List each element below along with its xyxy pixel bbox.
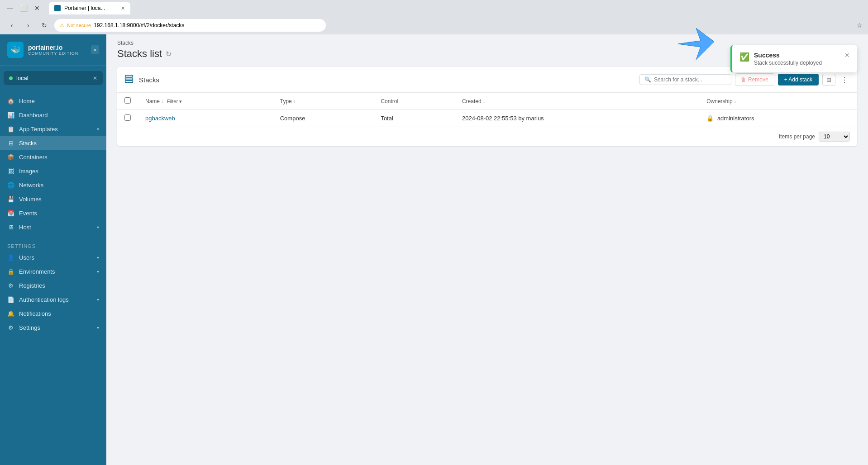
sidebar-item-dashboard[interactable]: 📊 Dashboard [0,108,106,122]
sidebar-item-settings[interactable]: ⚙ Settings ▾ [0,321,106,335]
tab-close-icon[interactable]: ✕ [121,5,125,11]
table-header-row: Name ↕ Filter ▾ Type ↕ Control [117,93,857,110]
sidebar-collapse-btn[interactable]: « [91,45,99,54]
svg-marker-3 [678,28,714,60]
sidebar-item-notifications[interactable]: 🔔 Notifications [0,307,106,321]
sidebar-logo-sub: COMMUNITY EDITION [28,51,78,56]
sidebar-item-app-templates-label: App Templates [19,126,58,133]
name-sort-icon[interactable]: ↕ [161,99,163,104]
close-btn[interactable]: ✕ [31,2,43,14]
back-btn[interactable]: ‹ [5,19,18,32]
row-checkbox[interactable] [124,114,131,121]
registries-icon: ⚙ [7,282,14,289]
stacks-card-icon [124,74,134,85]
col-type-label: Type [280,98,292,104]
sidebar-item-events[interactable]: 📅 Events [0,206,106,220]
sidebar-item-stacks[interactable]: ⊞ Stacks [0,136,106,150]
more-options-button[interactable]: ⋮ [839,74,850,86]
env-close-icon[interactable]: ✕ [93,75,97,81]
sidebar-env-section: local ✕ [0,66,106,90]
browser-chrome: — ⬜ ✕ Portainer | loca... ✕ [0,0,868,16]
address-bar: ‹ › ↻ ⚠ Not secure 192.168.1.18:9000/#!/… [0,16,868,34]
created-sort-icon[interactable]: ↕ [483,99,485,104]
env-status-dot [9,76,13,80]
settings-chevron-icon: ▾ [97,325,99,330]
sidebar-item-app-templates[interactable]: 📋 App Templates ▾ [0,122,106,136]
sidebar-item-registries[interactable]: ⚙ Registries [0,279,106,293]
table-row: pgbackweb Compose Total 2024-08-02 22:55… [117,110,857,127]
col-created-label: Created [462,98,482,104]
sidebar-item-users[interactable]: 👤 Users ▾ [0,251,106,265]
sidebar-item-notifications-label: Notifications [19,310,51,317]
select-all-header [117,93,138,110]
stack-name-link[interactable]: pgbackweb [145,115,175,122]
host-chevron-icon: ▾ [97,225,99,230]
row-type-cell: Compose [273,110,374,127]
col-ownership: Ownership ↕ [699,93,857,110]
sidebar-item-containers[interactable]: 📦 Containers [0,150,106,164]
columns-toggle-button[interactable]: ⊟ [822,74,835,86]
sidebar-env-item[interactable]: local ✕ [4,71,103,85]
col-type: Type ↕ [273,93,374,110]
refresh-icon[interactable]: ↻ [166,50,172,58]
main-content: Stacks Stacks list ↻ Stacks [106,34,868,465]
type-sort-icon[interactable]: ↕ [293,99,296,104]
ownership-sort-icon[interactable]: ↕ [734,99,736,104]
address-input-box[interactable]: ⚠ Not secure 192.168.1.18:9000/#!/2/dock… [54,19,326,32]
app-layout: 🐳 portainer.io COMMUNITY EDITION « local… [0,34,868,465]
col-ownership-label: Ownership [706,98,732,104]
columns-icon: ⊟ [826,76,831,83]
row-name-cell: pgbackweb [138,110,273,127]
sidebar-item-images[interactable]: 🖼 Images [0,164,106,178]
maximize-btn[interactable]: ⬜ [17,2,30,14]
items-per-page: Items per page 10 25 50 100 [117,127,857,146]
col-created: Created ↕ [455,93,699,110]
sidebar-item-home[interactable]: 🏠 Home [0,94,106,108]
remove-button[interactable]: 🗑 Remove [735,73,774,86]
items-per-page-label: Items per page [779,133,815,140]
success-toast: ✅ Success Stack successfully deployed ✕ [730,45,857,72]
svg-rect-2 [125,81,133,82]
row-ownership-cell: 🔒 administrators [699,110,857,127]
not-secure-icon: ⚠ [60,23,64,28]
sidebar-item-images-label: Images [19,168,38,175]
sidebar-item-dashboard-label: Dashboard [19,112,48,119]
refresh-btn[interactable]: ↻ [38,19,51,32]
select-all-checkbox[interactable] [124,97,131,104]
add-stack-button[interactable]: + Add stack [778,74,819,85]
name-filter-btn[interactable]: Filter ▾ [165,99,184,104]
search-input[interactable] [654,76,726,83]
sidebar-item-networks[interactable]: 🌐 Networks [0,178,106,192]
arrow-svg [678,28,714,64]
sidebar-nav-section: 🏠 Home 📊 Dashboard 📋 App Templates ▾ ⊞ S… [0,90,106,238]
forward-btn[interactable]: › [22,19,34,32]
sidebar-item-networks-label: Networks [19,182,43,189]
home-icon: 🏠 [7,98,14,104]
sidebar-item-host-label: Host [19,224,31,231]
stacks-table: Name ↕ Filter ▾ Type ↕ Control [117,93,857,127]
env-name: local [16,75,29,81]
items-per-page-select[interactable]: 10 25 50 100 [819,132,850,142]
sidebar-item-environments[interactable]: 🔒 Environments ▾ [0,265,106,279]
table-head: Name ↕ Filter ▾ Type ↕ Control [117,93,857,110]
search-box[interactable]: 🔍 [639,74,731,85]
sidebar-item-auth-logs[interactable]: 📄 Authentication logs ▾ [0,293,106,307]
col-name-label: Name [145,98,160,104]
remove-icon: 🗑 [741,76,746,83]
sidebar-item-volumes-label: Volumes [19,196,42,203]
sidebar-item-events-label: Events [19,210,37,217]
toast-close-button[interactable]: ✕ [844,52,850,59]
toast-content: Success Stack successfully deployed [754,52,840,66]
dashboard-icon: 📊 [7,112,14,119]
minimize-btn[interactable]: — [4,2,16,14]
card-actions: 🔍 🗑 Remove + Add stack ⊟ [639,73,850,86]
containers-icon: 📦 [7,154,14,161]
browser-tab[interactable]: Portainer | loca... ✕ [49,2,130,14]
sidebar-item-settings-label: Settings [19,324,40,331]
events-icon: 📅 [7,210,14,217]
sidebar-item-host[interactable]: 🖥 Host ▾ [0,220,106,234]
users-chevron-icon: ▾ [97,255,99,260]
sidebar-item-volumes[interactable]: 💾 Volumes [0,192,106,206]
bookmark-icon[interactable]: ☆ [857,22,863,29]
users-icon: 👤 [7,254,14,261]
